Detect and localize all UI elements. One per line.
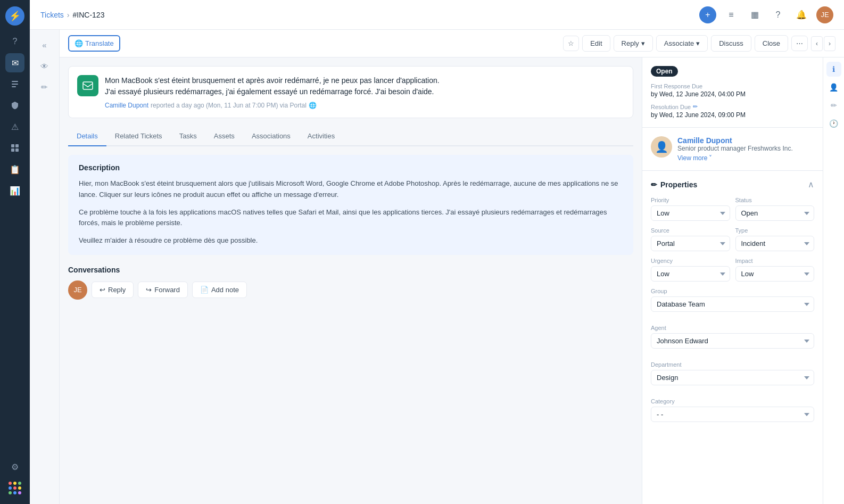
svg-rect-7: [83, 82, 93, 89]
tab-tasks[interactable]: Tasks: [171, 127, 205, 146]
tab-details[interactable]: Details: [68, 127, 106, 146]
person-icon[interactable]: 👤: [826, 80, 841, 95]
associate-button[interactable]: Associate ▾: [656, 35, 708, 52]
mini-sidebar: « 👁 ✏: [30, 30, 60, 504]
sidebar-item-chart[interactable]: 📊: [5, 181, 24, 200]
conversations-title: Conversations: [68, 266, 633, 274]
edit-icon[interactable]: ✏: [36, 79, 53, 96]
collapse-icon[interactable]: «: [36, 36, 53, 53]
user-avatar[interactable]: JE: [816, 6, 833, 23]
star-button[interactable]: ☆: [563, 36, 579, 51]
type-label: Type: [735, 227, 815, 234]
category-select[interactable]: - - Hardware Software: [651, 407, 814, 422]
contact-role: Senior product manager Freshworks Inc.: [677, 145, 793, 152]
properties-edit-icon: ✏: [651, 180, 657, 189]
svg-rect-4: [15, 144, 19, 147]
department-select[interactable]: Design Engineering Marketing: [651, 370, 814, 385]
resolution-due-value: by Wed, 12 June 2024, 09:00 PM: [651, 111, 814, 119]
priority-label: Priority: [651, 197, 730, 203]
sidebar-item-shield[interactable]: [5, 96, 24, 115]
type-select[interactable]: Incident Service Request Problem Change: [735, 236, 815, 251]
reply-chevron-icon: ▾: [641, 39, 645, 47]
impact-label: Impact: [735, 258, 815, 264]
close-button[interactable]: Close: [755, 35, 788, 52]
group-select[interactable]: Database Team Support Team Engineering: [651, 296, 814, 312]
description-title: Description: [79, 163, 623, 172]
app-logo[interactable]: ⚡: [5, 6, 24, 26]
sidebar-item-contacts[interactable]: [5, 75, 24, 94]
message-avatar: [77, 75, 98, 96]
first-response-label: First Response Due: [651, 83, 814, 89]
list-icon[interactable]: ≡: [723, 6, 740, 23]
tab-related-tickets[interactable]: Related Tickets: [106, 127, 171, 146]
reply-button[interactable]: Reply ▾: [614, 35, 653, 52]
group-label: Group: [651, 288, 814, 294]
discuss-button[interactable]: Discuss: [711, 35, 751, 52]
edit-button[interactable]: Edit: [582, 35, 610, 52]
toolbar: 🌐 Translate ☆ Edit Reply ▾ Associate: [60, 30, 844, 57]
resolution-due-label: Resolution Due ✏: [651, 103, 814, 110]
urgency-label: Urgency: [651, 258, 730, 264]
properties-collapse-icon[interactable]: ∧: [808, 179, 814, 189]
note-icon: 📄: [200, 286, 209, 294]
message-text: Mon MacBook s'est éteint brusquement et …: [105, 75, 624, 97]
forward-icon: ↪: [146, 286, 152, 294]
sidebar-item-clipboard[interactable]: 📋: [5, 160, 24, 179]
description-text: Hier, mon MacBook s'est éteint brusqueme…: [79, 178, 623, 246]
sidebar-item-apps[interactable]: [5, 478, 24, 498]
right-panel: Open First Response Due by Wed, 12 June …: [642, 57, 823, 504]
sidebar-item-grid[interactable]: [5, 138, 24, 158]
svg-rect-6: [15, 148, 19, 152]
eye-icon[interactable]: 👁: [36, 57, 53, 75]
bell-icon[interactable]: 🔔: [793, 6, 810, 23]
contact-avatar: 👤: [651, 136, 672, 158]
add-button[interactable]: +: [699, 6, 716, 23]
message-meta: Camille Dupont reported a day ago (Mon, …: [105, 102, 624, 109]
translate-button[interactable]: 🌐 Translate: [68, 35, 120, 52]
add-note-button[interactable]: 📄 Add note: [192, 282, 247, 298]
description-card: Description Hier, mon MacBook s'est étei…: [68, 155, 633, 255]
prev-ticket-button[interactable]: ‹: [811, 36, 823, 51]
pencil-rs-icon[interactable]: ✏: [826, 98, 841, 113]
sidebar-item-settings[interactable]: ⚙: [5, 457, 24, 476]
urgency-select[interactable]: Low Medium High: [651, 266, 730, 282]
message-card: Mon MacBook s'est éteint brusquement et …: [68, 66, 633, 118]
calendar-icon[interactable]: ▦: [746, 6, 763, 23]
priority-select[interactable]: Low Medium High Urgent: [651, 205, 730, 221]
breadcrumb-separator: ›: [67, 11, 70, 19]
contact-name[interactable]: Camille Dupont: [677, 136, 793, 145]
status-select[interactable]: Open Pending Resolved Closed: [735, 205, 815, 221]
impact-select[interactable]: Low Medium High: [735, 266, 815, 282]
sidebar-item-alert[interactable]: ⚠: [5, 117, 24, 136]
more-button[interactable]: ⋯: [791, 36, 808, 51]
svg-rect-5: [11, 148, 14, 152]
sidebar-item-help[interactable]: ?: [5, 32, 24, 51]
category-label: Category: [651, 398, 814, 404]
svg-rect-0: [12, 81, 18, 82]
sidebar-item-tickets[interactable]: ✉: [5, 53, 24, 72]
status-section: Open First Response Due by Wed, 12 June …: [642, 57, 823, 128]
view-more-button[interactable]: View more ˅: [677, 154, 793, 162]
agent-select[interactable]: Johnson Edward Alice Smith Bob Jones: [651, 333, 814, 349]
info-icon[interactable]: ℹ: [826, 62, 841, 77]
tab-activities[interactable]: Activities: [299, 127, 343, 146]
forward-conv-button[interactable]: ↪ Forward: [138, 282, 188, 298]
translate-icon: 🌐: [75, 39, 83, 47]
reporter-link[interactable]: Camille Dupont: [105, 102, 148, 109]
department-label: Department: [651, 361, 814, 368]
tab-assets[interactable]: Assets: [205, 127, 243, 146]
first-response-value: by Wed, 12 June 2024, 04:00 PM: [651, 90, 814, 98]
reply-conv-button[interactable]: ↩ Reply: [92, 282, 134, 298]
resolution-edit-icon[interactable]: ✏: [693, 103, 698, 110]
breadcrumb-parent[interactable]: Tickets: [40, 11, 64, 19]
tab-associations[interactable]: Associations: [243, 127, 299, 146]
source-label: Source: [651, 227, 730, 234]
help-icon[interactable]: ?: [769, 6, 787, 23]
agent-label: Agent: [651, 325, 814, 331]
topbar: Tickets › #INC-123 + ≡ ▦ ? 🔔 JE: [30, 0, 844, 30]
clock-icon[interactable]: 🕐: [826, 116, 841, 131]
lightning-icon: ⚡: [9, 10, 21, 22]
source-select[interactable]: Portal Email Phone: [651, 236, 730, 251]
svg-rect-1: [12, 84, 18, 85]
next-ticket-button[interactable]: ›: [824, 36, 835, 51]
